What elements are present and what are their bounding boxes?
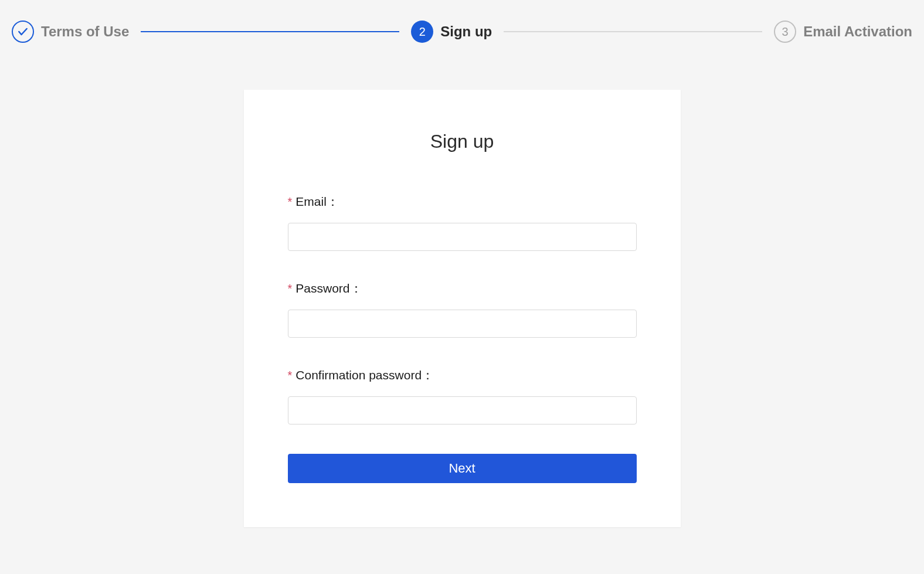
email-field-group: * Email： (288, 193, 637, 251)
required-asterisk-icon: * (288, 282, 293, 296)
step-label-signup: Sign up (440, 23, 492, 40)
required-asterisk-icon: * (288, 195, 293, 209)
confirm-password-label: * Confirmation password： (288, 367, 637, 383)
next-button[interactable]: Next (288, 454, 637, 483)
confirm-password-label-text: Confirmation password： (295, 367, 434, 383)
password-field-group: * Password： (288, 280, 637, 338)
connector-completed (141, 31, 399, 32)
step-number-active: 2 (419, 25, 426, 39)
check-icon (17, 26, 29, 38)
password-label: * Password： (288, 280, 637, 297)
step-label-terms: Terms of Use (41, 23, 129, 40)
required-asterisk-icon: * (288, 369, 293, 382)
password-label-text: Password： (295, 280, 362, 297)
email-label: * Email： (288, 193, 637, 210)
connector-pending (504, 31, 762, 32)
step-circle-pending: 3 (774, 21, 796, 43)
password-input[interactable] (288, 310, 637, 338)
step-terms-of-use: Terms of Use (12, 21, 129, 43)
email-input[interactable] (288, 223, 637, 251)
step-label-activation: Email Activation (803, 23, 912, 40)
confirm-password-input[interactable] (288, 396, 637, 424)
email-label-text: Email： (295, 193, 339, 210)
confirm-password-field-group: * Confirmation password： (288, 367, 637, 424)
signup-card: Sign up * Email： * Password： * Confirmat… (244, 90, 681, 527)
step-sign-up: 2 Sign up (411, 21, 492, 43)
step-circle-active: 2 (411, 21, 433, 43)
step-number-pending: 3 (782, 25, 789, 39)
step-circle-completed (12, 21, 34, 43)
form-title: Sign up (288, 131, 637, 152)
progress-stepper: Terms of Use 2 Sign up 3 Email Activatio… (0, 0, 924, 63)
step-email-activation: 3 Email Activation (774, 21, 912, 43)
